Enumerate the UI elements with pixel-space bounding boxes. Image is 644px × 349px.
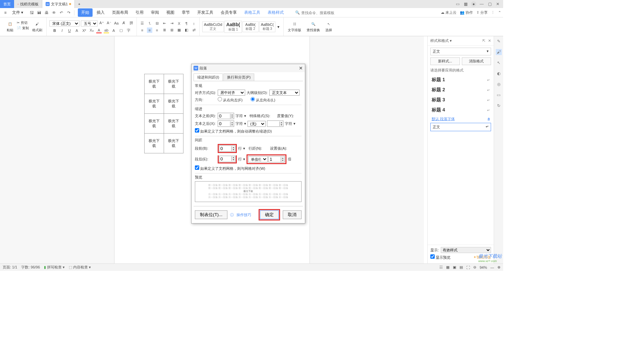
reading-mode-icon[interactable]: ▭ bbox=[455, 1, 460, 7]
dialog-titlebar[interactable]: W段落 ✕ bbox=[192, 64, 305, 72]
tab-icon[interactable]: ⇄ bbox=[191, 28, 197, 33]
tab-view[interactable]: 视图 bbox=[163, 8, 178, 17]
show-preview-checkbox[interactable]: 显示预览 bbox=[430, 254, 450, 260]
save-icon[interactable]: 🖫 bbox=[29, 10, 35, 15]
direction-rtl-radio[interactable]: 从右向左(F) bbox=[218, 97, 243, 103]
snap-to-grid-checkbox[interactable]: 如果定义了文档网格，则与网格对齐(W) bbox=[195, 165, 265, 171]
ok-button[interactable]: 确定 bbox=[260, 210, 279, 219]
format-painter-button[interactable]: 🖌 格式刷 bbox=[31, 20, 44, 33]
fit-width-icon[interactable]: ⛶ bbox=[466, 265, 470, 269]
spinner-up-icon[interactable]: ▲ bbox=[230, 114, 234, 116]
current-style-combo[interactable]: 正文▾ bbox=[430, 48, 491, 55]
shrink-font-icon[interactable]: A⁻ bbox=[106, 20, 112, 26]
direction-ltr-radio[interactable]: 从左向右(L) bbox=[251, 97, 275, 103]
special-format-select[interactable]: (无) bbox=[248, 121, 266, 127]
bold-icon[interactable]: B bbox=[52, 28, 57, 33]
view-web-icon[interactable]: ▣ bbox=[453, 265, 456, 269]
view-outline-icon[interactable]: ▤ bbox=[460, 265, 463, 269]
table-cell[interactable]: 极光下载 bbox=[164, 74, 183, 94]
command-search[interactable]: 🔍 bbox=[295, 10, 341, 15]
maximize-icon[interactable]: ▢ bbox=[487, 1, 492, 7]
word-count[interactable]: 字数: 96/96 bbox=[21, 265, 40, 270]
tips-link[interactable]: 操作技巧 bbox=[236, 212, 251, 217]
style-h1[interactable]: AaBb(标题 1 bbox=[224, 21, 241, 33]
style-h3[interactable]: AaBbC(标题 3 bbox=[259, 21, 276, 32]
outline-select[interactable]: 正文文本 bbox=[269, 90, 300, 96]
strip-shape-icon[interactable]: ◐ bbox=[496, 70, 502, 77]
spinner-up-icon[interactable]: ▲ bbox=[279, 121, 283, 124]
char-shading-icon[interactable]: 字 bbox=[126, 28, 131, 33]
zoom-level[interactable]: 94% bbox=[480, 265, 487, 269]
justify-icon[interactable]: ≣ bbox=[162, 28, 167, 33]
spinner-down-icon[interactable]: ▼ bbox=[281, 159, 284, 162]
pin-icon[interactable]: ⇱ bbox=[482, 39, 485, 43]
tab-docer[interactable]: ◦ 找稻壳模板 bbox=[14, 0, 42, 8]
distribute-icon[interactable]: ⊞ bbox=[169, 28, 174, 33]
clear-format-icon[interactable]: A̸ bbox=[121, 20, 126, 26]
bullets-icon[interactable]: ☰ bbox=[140, 21, 145, 26]
measure-input[interactable]: ▲▼ bbox=[267, 120, 283, 127]
cancel-button[interactable]: 取消 bbox=[283, 210, 302, 219]
spinner-up-icon[interactable]: ▲ bbox=[281, 157, 284, 159]
paste-button[interactable]: 📋 粘贴 bbox=[5, 20, 15, 33]
sort-icon[interactable]: X bbox=[176, 21, 182, 26]
set-value-input[interactable]: ▲▼ bbox=[268, 156, 285, 162]
align-left-icon[interactable]: ≡ bbox=[140, 28, 145, 33]
zoom-more-icon[interactable]: ⊕ bbox=[497, 265, 500, 269]
collab-button[interactable]: 👥 协作 bbox=[460, 10, 473, 15]
decrease-indent-icon[interactable]: ⇤ bbox=[162, 21, 167, 26]
show-select[interactable]: 有效样式 bbox=[441, 247, 491, 253]
change-case-icon[interactable]: Aa bbox=[114, 20, 119, 26]
document-table[interactable]: 极光下载极光下载 极光下载极光下载 极光下载极光下载 极光下载极光下载 bbox=[144, 74, 183, 153]
font-color-icon[interactable]: A bbox=[96, 28, 102, 33]
strip-style-icon[interactable]: ✎ bbox=[496, 38, 502, 44]
shading-icon[interactable]: ◧ bbox=[184, 28, 189, 33]
dialog-close-icon[interactable]: ✕ bbox=[299, 65, 303, 71]
align-right-icon[interactable]: ≡ bbox=[154, 28, 160, 33]
view-print-icon[interactable]: ▦ bbox=[446, 265, 449, 269]
cloud-status[interactable]: ☁ 未上云 bbox=[441, 10, 457, 15]
copy-button[interactable]: 📄复制 bbox=[17, 26, 29, 31]
font-size-select[interactable]: 五号 bbox=[81, 20, 98, 27]
page-indicator[interactable]: 页面: 1/1 bbox=[3, 265, 17, 270]
multilevel-icon[interactable]: ⊟ bbox=[154, 21, 160, 26]
highlight-icon[interactable]: ab bbox=[104, 28, 109, 33]
strip-book-icon[interactable]: ▭ bbox=[496, 92, 502, 98]
underline-icon[interactable]: U bbox=[67, 28, 72, 33]
table-cell[interactable]: 极光下载 bbox=[164, 114, 183, 134]
user-avatar-icon[interactable]: ● bbox=[471, 1, 476, 7]
strip-refresh-icon[interactable]: ↻ bbox=[496, 103, 502, 109]
spellcheck-toggle[interactable]: ▮ 拼写检查 ▾ bbox=[44, 265, 65, 270]
tab-indent-spacing[interactable]: 缩进和间距(I) bbox=[194, 73, 223, 81]
tab-home[interactable]: 首页 bbox=[0, 0, 14, 8]
style-heading2[interactable]: 标题 2↵ bbox=[430, 85, 491, 95]
tab-table-tools[interactable]: 表格工具 bbox=[241, 8, 264, 17]
table-cell[interactable]: 极光下载 bbox=[164, 94, 183, 114]
new-style-button[interactable]: 新样式... bbox=[430, 57, 460, 65]
space-before-input[interactable]: ▲▼ bbox=[219, 145, 235, 152]
line-spacing-icon[interactable]: ↕ bbox=[191, 21, 197, 26]
tab-page-layout[interactable]: 页面布局 bbox=[109, 8, 131, 17]
align-center-icon[interactable]: ≡ bbox=[147, 28, 152, 33]
tabs-button[interactable]: 制表位(T)... bbox=[195, 210, 227, 219]
close-pane-icon[interactable]: ✕ bbox=[488, 39, 491, 43]
style-heading3[interactable]: 标题 3↵ bbox=[430, 95, 491, 105]
alignment-select[interactable]: 居中对齐 bbox=[218, 90, 245, 96]
spinner-down-icon[interactable]: ▼ bbox=[230, 124, 234, 126]
subscript-icon[interactable]: X₂ bbox=[89, 28, 94, 33]
spinner-up-icon[interactable]: ▲ bbox=[231, 146, 235, 149]
spinner-down-icon[interactable]: ▼ bbox=[231, 159, 235, 161]
spinner-up-icon[interactable]: ▲ bbox=[231, 156, 235, 159]
style-heading4[interactable]: 标题 4↵ bbox=[430, 105, 491, 115]
view-mode-icon[interactable]: ☷ bbox=[439, 265, 443, 269]
auto-indent-checkbox[interactable]: 如果定义了文档网格，则自动调整右缩进(D) bbox=[195, 128, 272, 134]
tab-references[interactable]: 引用 bbox=[132, 8, 147, 17]
clear-format-button[interactable]: 清除格式 bbox=[462, 57, 491, 65]
text-layout-button[interactable]: ☷文字排版 bbox=[286, 20, 303, 33]
minimize-icon[interactable]: — bbox=[479, 1, 484, 7]
spinner-up-icon[interactable]: ▲ bbox=[230, 121, 234, 124]
space-after-input[interactable]: ▲▼ bbox=[219, 156, 235, 162]
file-menu[interactable]: 文件 ▾ bbox=[10, 10, 25, 15]
table-cell[interactable]: 极光下载 bbox=[145, 134, 164, 153]
save-as-icon[interactable]: 🖬 bbox=[37, 10, 42, 15]
